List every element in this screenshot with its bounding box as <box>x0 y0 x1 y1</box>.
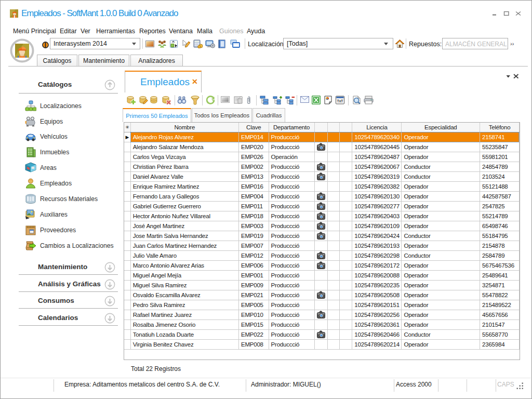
svg-text:TxT: TxT <box>337 99 343 103</box>
